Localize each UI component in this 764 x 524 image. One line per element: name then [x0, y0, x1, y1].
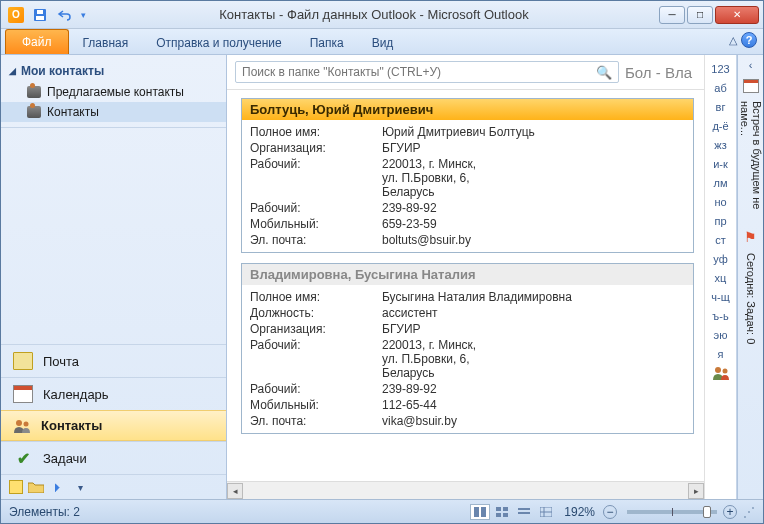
- horizontal-scrollbar[interactable]: ◂ ▸: [227, 481, 704, 499]
- module-label: Календарь: [43, 387, 109, 402]
- close-button[interactable]: ✕: [715, 6, 759, 24]
- quick-access-toolbar: O ▾: [5, 5, 89, 25]
- expand-todobar-icon[interactable]: ‹: [749, 59, 753, 71]
- calendar-icon: [13, 385, 33, 403]
- minimize-ribbon-icon[interactable]: △: [729, 34, 737, 47]
- alpha-item[interactable]: и-к: [705, 154, 736, 173]
- svg-point-5: [715, 367, 721, 373]
- svg-rect-11: [496, 513, 501, 517]
- view-card-icon[interactable]: [470, 504, 490, 520]
- scroll-right-icon[interactable]: ▸: [688, 483, 704, 499]
- field-label: Рабочий:: [250, 382, 382, 396]
- zoom-slider[interactable]: [627, 510, 717, 514]
- tab-file[interactable]: Файл: [5, 29, 69, 54]
- field-value: Бусыгина Наталия Владимировна: [382, 290, 685, 304]
- nav-item-suggested[interactable]: Предлагаемые контакты: [1, 82, 226, 102]
- field-label: Организация:: [250, 141, 382, 155]
- nav-group-header[interactable]: ◢ Мои контакты: [1, 60, 226, 82]
- contacts-list: Болтуць, Юрий Дмитриевич Полное имя:Юрий…: [227, 90, 704, 481]
- alpha-item[interactable]: пр: [705, 211, 736, 230]
- module-label: Почта: [43, 354, 79, 369]
- people-icon: [27, 86, 41, 98]
- alpha-item[interactable]: ъ-ь: [705, 306, 736, 325]
- tab-send-receive[interactable]: Отправка и получение: [142, 32, 295, 54]
- field-label: Должность:: [250, 306, 382, 320]
- nav-item-contacts[interactable]: Контакты: [1, 102, 226, 122]
- qat-customize-icon[interactable]: ▾: [77, 5, 89, 25]
- alpha-item[interactable]: ст: [705, 230, 736, 249]
- alphabet-index: 123 аб вг д-ё жз и-к лм но пр ст уф хц ч…: [704, 55, 736, 499]
- card-header: Болтуць, Юрий Дмитриевич: [242, 99, 693, 120]
- tab-home[interactable]: Главная: [69, 32, 143, 54]
- app-icon[interactable]: O: [5, 5, 27, 25]
- module-contacts[interactable]: Контакты: [1, 410, 226, 441]
- view-list-icon[interactable]: [536, 504, 556, 520]
- configure-buttons-icon[interactable]: ▾: [71, 479, 89, 495]
- field-value: Юрий Дмитриевич Болтуць: [382, 125, 685, 139]
- upcoming-text: Встреч в будущем не наме...: [739, 101, 763, 221]
- tab-view[interactable]: Вид: [358, 32, 408, 54]
- zoom-in-button[interactable]: +: [723, 505, 737, 519]
- alpha-item[interactable]: жз: [705, 135, 736, 154]
- view-phone-icon[interactable]: [514, 504, 534, 520]
- mail-icon: [13, 352, 33, 370]
- field-label: Рабочий:: [250, 201, 382, 215]
- field-value: boltuts@bsuir.by: [382, 233, 685, 247]
- view-business-card-icon[interactable]: [492, 504, 512, 520]
- field-label: Мобильный:: [250, 398, 382, 412]
- field-label: Полное имя:: [250, 125, 382, 139]
- flag-icon[interactable]: ⚑: [744, 229, 757, 245]
- folder-icon[interactable]: [27, 479, 45, 495]
- alpha-people-icon[interactable]: [705, 363, 736, 385]
- module-calendar[interactable]: Календарь: [1, 377, 226, 410]
- tab-folder[interactable]: Папка: [296, 32, 358, 54]
- ribbon-tabs: Файл Главная Отправка и получение Папка …: [1, 29, 763, 55]
- module-mail[interactable]: Почта: [1, 344, 226, 377]
- alpha-item[interactable]: 123: [705, 59, 736, 78]
- svg-rect-8: [481, 507, 486, 517]
- alpha-item[interactable]: уф: [705, 249, 736, 268]
- calendar-icon[interactable]: [743, 79, 759, 93]
- help-button[interactable]: ?: [741, 32, 757, 48]
- qat-undo-icon[interactable]: [53, 5, 75, 25]
- alpha-item[interactable]: хц: [705, 268, 736, 287]
- svg-rect-2: [37, 10, 43, 14]
- contact-card[interactable]: Владимировна, Бусыгина Наталия Полное им…: [241, 263, 694, 434]
- item-count-label: Элементы: 2: [9, 505, 80, 519]
- alpha-item[interactable]: лм: [705, 173, 736, 192]
- module-tasks[interactable]: ✔ Задачи: [1, 441, 226, 474]
- minimize-button[interactable]: ─: [659, 6, 685, 24]
- card-body: Полное имя:Юрий Дмитриевич Болтуць Орган…: [242, 120, 693, 252]
- contact-card[interactable]: Болтуць, Юрий Дмитриевич Полное имя:Юрий…: [241, 98, 694, 253]
- shortcuts-icon[interactable]: ⏵: [49, 479, 67, 495]
- search-input[interactable]: [242, 65, 596, 79]
- alpha-item[interactable]: д-ё: [705, 116, 736, 135]
- alpha-item[interactable]: эю: [705, 325, 736, 344]
- collapse-icon: ◢: [9, 66, 16, 76]
- field-value: vika@bsuir.by: [382, 414, 685, 428]
- todo-bar-collapsed: ‹ Встреч в будущем не наме... ⚑ Сегодня:…: [737, 55, 763, 499]
- alpha-item[interactable]: я: [705, 344, 736, 363]
- tasks-icon: ✔: [13, 449, 33, 467]
- scroll-left-icon[interactable]: ◂: [227, 483, 243, 499]
- field-label: Рабочий:: [250, 338, 382, 380]
- alpha-item[interactable]: ч-щ: [705, 287, 736, 306]
- resize-grip-icon[interactable]: ⋰: [743, 505, 755, 519]
- maximize-button[interactable]: □: [687, 6, 713, 24]
- search-icon[interactable]: 🔍: [596, 65, 612, 80]
- card-header: Владимировна, Бусыгина Наталия: [242, 264, 693, 285]
- alpha-item[interactable]: но: [705, 192, 736, 211]
- alpha-item[interactable]: аб: [705, 78, 736, 97]
- qat-save-icon[interactable]: [29, 5, 51, 25]
- search-box[interactable]: 🔍: [235, 61, 619, 83]
- alpha-item[interactable]: вг: [705, 97, 736, 116]
- zoom-out-button[interactable]: −: [603, 505, 617, 519]
- field-label: Организация:: [250, 322, 382, 336]
- field-value: БГУИР: [382, 141, 685, 155]
- notes-icon[interactable]: [9, 480, 23, 494]
- window-title: Контакты - Файл данных Outlook - Microso…: [89, 7, 659, 22]
- svg-rect-12: [503, 513, 508, 517]
- svg-point-6: [722, 369, 727, 374]
- nav-item-label: Контакты: [47, 105, 99, 119]
- window-controls: ─ □ ✕: [659, 6, 759, 24]
